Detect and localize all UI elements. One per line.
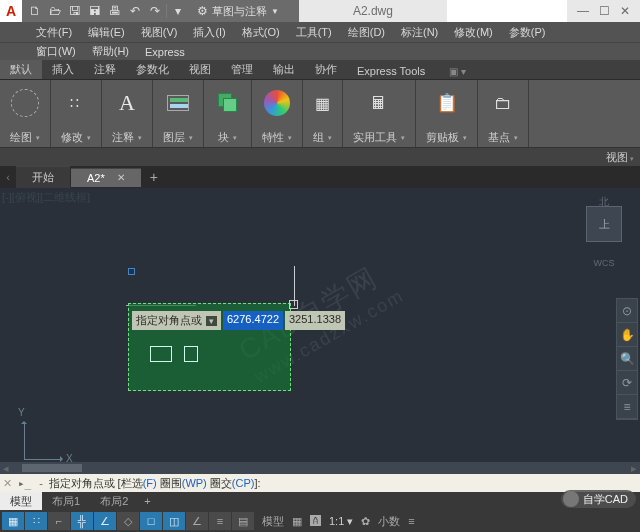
options-arrow-icon[interactable]: ▾ [206,316,217,326]
layout-model-tab[interactable]: 模型 [0,492,42,511]
panel-block[interactable]: 块 [204,80,252,147]
qat-saveas-icon[interactable]: 🖬 [86,2,104,20]
ribbon-tab-default[interactable]: 默认 [0,60,42,79]
qat-undo-icon[interactable]: ↶ [126,2,144,20]
status-scale[interactable]: 1:1 ▾ [329,515,353,528]
wcs-label[interactable]: WCS [594,258,615,268]
toggle-otrack-icon[interactable]: ∠ [186,512,208,530]
add-layout-button[interactable]: + [138,493,156,509]
toggle-osnap-icon[interactable]: □ [140,512,162,530]
menu-view[interactable]: 视图(V) [133,23,186,42]
account-badge[interactable]: 自学CAD [561,490,636,508]
menu-tools[interactable]: 工具(T) [288,23,340,42]
viewport-controls-label[interactable]: [-][俯视][二维线框] [2,190,90,205]
toggle-snap-icon[interactable]: ∷ [25,512,47,530]
panel-base[interactable]: 🗀 基点 [478,80,529,147]
menu-edit[interactable]: 编辑(E) [80,23,133,42]
new-tab-button[interactable]: + [142,169,166,185]
dyn-input-x[interactable]: 6276.4722 [223,311,283,330]
panel-group[interactable]: ▦ 组 [303,80,343,147]
layout-1-tab[interactable]: 布局1 [42,492,90,511]
start-tab[interactable]: 开始 [16,166,70,188]
tabs-scroll-left[interactable]: ‹ [0,171,16,183]
qat-plot-icon[interactable]: 🖶 [106,2,124,20]
title-search-input[interactable] [447,0,567,22]
panel-annotate[interactable]: A 注释 [102,80,153,147]
menu-draw[interactable]: 绘图(D) [340,23,393,42]
qat-dropdown-icon[interactable]: ▾ [169,2,187,20]
menu-dimension[interactable]: 标注(N) [393,23,446,42]
workspace-switch[interactable]: ⚙ 草图与注释 ▼ [191,0,299,22]
app-logo[interactable]: A [0,0,22,22]
menu-help[interactable]: 帮助(H) [84,42,137,61]
status-anno-icon[interactable]: 🅰 [310,515,321,527]
status-gear-icon[interactable]: ✿ [361,515,370,528]
panel-clipboard[interactable]: 📋 剪贴板 [416,80,478,147]
viewcube[interactable]: 上 WCS [576,196,632,270]
panel-utilities[interactable]: 🖩 实用工具 [343,80,416,147]
menu-modify[interactable]: 修改(M) [446,23,501,42]
nav-fullnav-icon[interactable]: ⊙ [617,299,637,323]
menu-express[interactable]: Express [137,44,193,60]
scroll-thumb[interactable] [22,464,82,472]
toggle-lwt-icon[interactable]: ≡ [209,512,231,530]
toggle-infer-icon[interactable]: ⌐ [48,512,70,530]
toggle-transparency-icon[interactable]: ▤ [232,512,254,530]
scroll-left-icon[interactable]: ◂ [0,462,12,475]
cmdline-close-icon[interactable]: ✕ [0,477,14,490]
grip-handle[interactable] [128,268,135,275]
qat-redo-icon[interactable]: ↷ [146,2,164,20]
ribbon-tab-output[interactable]: 输出 [263,60,305,79]
view-dropdown[interactable]: 视图 [606,150,634,165]
maximize-button[interactable]: ☐ [599,4,610,18]
nav-orbit-icon[interactable]: ⟳ [617,371,637,395]
toggle-3dosnap-icon[interactable]: ◫ [163,512,185,530]
viewcube-face[interactable]: 上 [586,206,622,242]
drawing-viewport[interactable]: [-][俯视][二维线框] CAD自学网 www.cadzxw.com 上 WC… [0,188,640,474]
dyn-input-y[interactable]: 3251.1338 [285,311,345,330]
toggle-iso-icon[interactable]: ◇ [117,512,139,530]
panel-layer[interactable]: 图层 [153,80,204,147]
layout-2-tab[interactable]: 布局2 [90,492,138,511]
toggle-polar-icon[interactable]: ∠ [94,512,116,530]
toggle-grid-icon[interactable]: ▦ [2,512,24,530]
close-button[interactable]: ✕ [620,4,630,18]
close-tab-icon[interactable]: ✕ [117,172,125,183]
ribbon-tab-express[interactable]: Express Tools [347,63,435,79]
menu-format[interactable]: 格式(O) [234,23,288,42]
cmdline-prompt-icon: ▸_ - [14,477,49,490]
menu-file[interactable]: 文件(F) [28,23,80,42]
qat-open-icon[interactable]: 🗁 [46,2,64,20]
nav-pan-icon[interactable]: ✋ [617,323,637,347]
ribbon-tab-parametric[interactable]: 参数化 [126,60,179,79]
minimize-button[interactable]: — [577,4,589,18]
status-menu-icon[interactable]: ≡ [408,515,414,527]
menu-window[interactable]: 窗口(W) [28,42,84,61]
status-views-icon[interactable]: ▦ [292,515,302,528]
panel-modify[interactable]: ∷ 修改 [51,80,102,147]
toggle-ortho-icon[interactable]: ╬ [71,512,93,530]
qat-new-icon[interactable]: 🗋 [26,2,44,20]
panel-draw[interactable]: 绘图 [0,80,51,147]
ribbon-tab-annotate[interactable]: 注释 [84,60,126,79]
ribbon-tab-insert[interactable]: 插入 [42,60,84,79]
menu-parametric[interactable]: 参数(P) [501,23,554,42]
status-model[interactable]: 模型 [262,514,284,529]
viewport-horizontal-scrollbar[interactable]: ◂ ▸ [0,462,640,474]
panel-clipboard-label: 剪贴板 [426,130,467,145]
panel-modify-label: 修改 [61,130,91,145]
layers-icon [167,84,189,122]
ribbon-tab-manage[interactable]: 管理 [221,60,263,79]
status-units[interactable]: 小数 [378,514,400,529]
nav-showmotion-icon[interactable]: ≡ [617,395,637,419]
ribbon-tab-shortcut-icon[interactable]: ▣ ▾ [439,64,476,79]
active-drawing-tab[interactable]: A2* ✕ [71,168,141,187]
command-line[interactable]: ✕ ▸_ - 指定对角点或 [栏选(F) 圈围(WP) 圈交(CP)]: [0,474,640,492]
nav-zoom-icon[interactable]: 🔍 [617,347,637,371]
ribbon-tab-view[interactable]: 视图 [179,60,221,79]
menu-insert[interactable]: 插入(I) [185,23,233,42]
scroll-right-icon[interactable]: ▸ [628,462,640,475]
qat-save-icon[interactable]: 🖫 [66,2,84,20]
ribbon-tab-collab[interactable]: 协作 [305,60,347,79]
panel-properties[interactable]: 特性 [252,80,303,147]
